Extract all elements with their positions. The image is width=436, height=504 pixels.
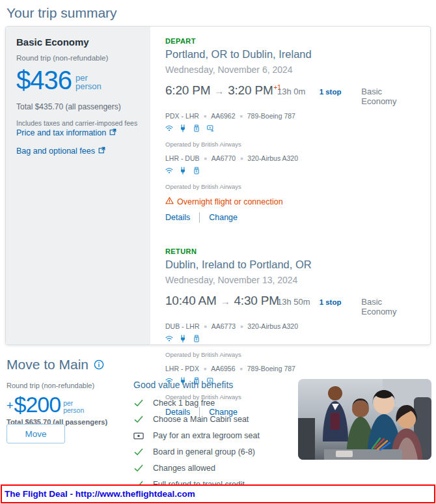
external-link-icon <box>98 147 105 156</box>
upsell-title-row: Move to Main <box>7 357 104 372</box>
separator: ■ <box>240 156 243 161</box>
depart-stops-link[interactable]: 1 stop <box>320 88 362 96</box>
power-icon <box>179 123 187 135</box>
arrow-right-icon: → <box>214 85 224 96</box>
price-tax-link[interactable]: Price and tax information <box>16 128 140 137</box>
fare-price: $436 per person <box>16 67 140 93</box>
benefit-item: Changes allowed <box>133 464 296 473</box>
separator: ■ <box>204 367 206 371</box>
return-time-row: 10:40 AM→4:30 PM 13h 50m 1 stop Basic Ec… <box>165 294 418 316</box>
depart-date: Wednesday, November 6, 2024 <box>165 64 418 75</box>
amenity-icons <box>165 333 418 345</box>
usb-icon <box>193 165 200 177</box>
fare-total: Total $435.70 (all passengers) <box>16 102 140 111</box>
separator: ■ <box>204 114 206 119</box>
overnight-warning: Overnight flight or connection <box>165 197 418 206</box>
amenity-icons <box>165 123 418 135</box>
depart-times: 6:20 PM→3:20 PM+1 <box>165 83 277 98</box>
operated-by: Operated by British Airways <box>165 183 418 190</box>
arrow-right-icon: → <box>221 296 230 307</box>
depart-duration: 13h 0m <box>277 87 320 96</box>
upsell-price-amount: $200 <box>14 393 61 415</box>
upsell-price-block: Round trip (non-refundable) + $200 per p… <box>7 382 124 426</box>
return-times: 10:40 AM→4:30 PM <box>165 294 277 308</box>
return-cabin: Basic Economy <box>361 297 418 316</box>
benefit-item: Board in general group (6-8) <box>133 447 296 456</box>
fare-name: Basic Economy <box>16 36 140 48</box>
per-person-label: per person <box>63 400 84 413</box>
amenity-icons <box>165 165 418 177</box>
details-link[interactable]: Details <box>165 213 190 222</box>
external-link-icon <box>109 128 116 137</box>
trip-summary-page: Your trip summary Basic Economy Round tr… <box>0 0 436 504</box>
separator: ■ <box>204 324 207 329</box>
per-person-label: per person <box>75 74 102 91</box>
cash-icon <box>133 432 144 440</box>
benefits-title: Good value with benefits <box>133 380 296 390</box>
entertainment-icon <box>206 123 215 135</box>
wifi-icon <box>165 123 173 135</box>
separator: ■ <box>204 156 207 161</box>
operated-by: Operated by British Airways <box>165 351 418 358</box>
segment-info: LHR - DUB■ AA6770■ 320-Airbus A320 <box>165 154 418 162</box>
return-stops-link[interactable]: 1 stop <box>320 298 362 306</box>
check-icon <box>133 399 144 407</box>
check-icon <box>133 415 144 423</box>
trip-type-label: Round trip (non-refundable) <box>16 54 140 62</box>
flight-deal-banner: The Flight Deal - http://www.theflightde… <box>1 484 435 503</box>
depart-label: DEPART <box>165 37 418 45</box>
upsell-title: Move to Main <box>7 357 89 372</box>
operated-by: Operated by British Airways <box>165 141 418 148</box>
change-link[interactable]: Change <box>209 213 238 222</box>
warning-icon <box>165 197 174 206</box>
depart-trip: DEPART Portland, OR to Dublin, Ireland W… <box>165 37 418 223</box>
cabin-photo <box>298 379 431 460</box>
info-icon[interactable] <box>94 359 104 370</box>
depart-time-row: 6:20 PM→3:20 PM+1 13h 0m 1 stop Basic Ec… <box>165 83 418 106</box>
fare-summary-panel: Basic Economy Round trip (non-refundable… <box>6 27 150 344</box>
return-label: RETURN <box>165 247 418 255</box>
move-button[interactable]: Move <box>7 424 65 443</box>
power-icon <box>179 165 187 177</box>
usb-icon <box>193 333 200 345</box>
benefit-item: Choose a Main Cabin seat <box>133 415 296 424</box>
power-icon <box>179 333 187 345</box>
separator: ■ <box>240 114 243 119</box>
fare-price-amount: $436 <box>16 67 72 93</box>
trip-summary-card: Basic Economy Round trip (non-refundable… <box>5 26 431 345</box>
benefit-item: Pay for an extra legroom seat <box>133 431 296 440</box>
segment-info: DUB - LHR■ AA6773■ 320-Airbus A320 <box>165 322 418 330</box>
benefit-item: Check 1 bag free <box>133 399 296 408</box>
depart-route: Portland, OR to Dublin, Ireland <box>165 48 418 61</box>
page-title: Your trip summary <box>7 5 117 21</box>
usb-icon <box>193 123 200 135</box>
return-duration: 13h 50m <box>277 297 320 307</box>
check-icon <box>133 464 144 472</box>
taxes-note: Includes taxes and carrier-imposed fees <box>16 119 140 127</box>
check-icon <box>133 448 144 456</box>
divider <box>199 212 200 223</box>
wifi-icon <box>165 333 173 345</box>
upsell-trip-type: Round trip (non-refundable) <box>7 382 124 389</box>
return-date: Wednesday, November 13, 2024 <box>165 275 418 285</box>
segment-info: LHR - PDX■ AA6956■ 789-Boeing 787 <box>165 365 418 372</box>
upsell-price: + $200 per person <box>7 393 124 415</box>
bag-fees-link[interactable]: Bag and optional fees <box>16 147 140 156</box>
separator: ■ <box>240 324 243 329</box>
benefits-list: Good value with benefits Check 1 bag fre… <box>133 380 296 496</box>
flight-deal-link[interactable]: The Flight Deal - http://www.theflightde… <box>2 489 195 499</box>
segment-info: PDX - LHR■ AA6962■ 789-Boeing 787 <box>165 112 418 120</box>
wifi-icon <box>165 165 173 177</box>
return-route: Dublin, Ireland to Portland, OR <box>165 259 418 271</box>
depart-cabin: Basic Economy <box>361 87 418 106</box>
trip-actions: Details Change <box>165 212 418 223</box>
separator: ■ <box>240 367 243 371</box>
itinerary-panel: DEPART Portland, OR to Dublin, Ireland W… <box>165 27 430 420</box>
